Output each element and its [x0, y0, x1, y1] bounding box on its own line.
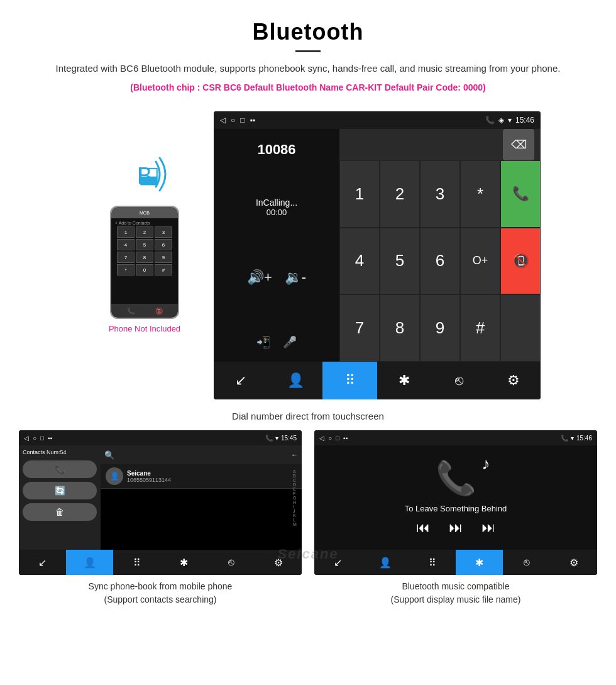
key-8[interactable]: 8 — [380, 294, 420, 362]
pb-wifi-icon: ▾ — [275, 435, 278, 442]
bottom-captions: Sync phone-book from mobile phone(Suppor… — [13, 580, 603, 606]
backspace-button[interactable]: ⌫ — [503, 129, 534, 160]
key-5[interactable]: 5 — [136, 239, 153, 250]
vol-down-icon[interactable]: 🔉- — [285, 269, 306, 286]
phone-screen: + Add to Contacts 1 2 3 4 5 6 7 8 9 — [111, 218, 178, 304]
end-call-button[interactable]: 📵 — [500, 228, 541, 295]
pb-toolbar-contacts[interactable]: 👤 — [66, 550, 113, 575]
bluetooth-icon-area: ⬓ B — [119, 149, 170, 199]
dial-layout: 10086 InCalling... 00:00 🔊+ 🔉- 📲 🎤 — [214, 129, 541, 362]
toolbar-transfer-btn[interactable]: ⎋ — [432, 362, 487, 399]
pb-phone-icon: 📞 — [265, 435, 273, 442]
key-5[interactable]: 5 — [380, 228, 420, 295]
key-8[interactable]: 8 — [136, 252, 153, 263]
key-0plus[interactable]: O+ — [460, 228, 500, 295]
pb-toolbar-bt[interactable]: ✱ — [160, 550, 207, 575]
dialed-number: 10086 — [257, 142, 295, 158]
bottom-screens: ◁ ○ □ ▪▪ 📞 ▾ 15:45 — [19, 430, 597, 575]
toolbar-bt-btn[interactable]: ✱ — [377, 362, 432, 399]
key-2[interactable]: 2 — [136, 226, 153, 238]
key-7[interactable]: 7 — [339, 294, 380, 362]
key-hash[interactable]: # — [155, 264, 172, 276]
music-toolbar-transfer[interactable]: ⎋ — [503, 550, 550, 575]
key-4[interactable]: 4 — [117, 239, 135, 250]
phonebook-right-panel: 🔍 ← 👤 Seicane 10655059113144 — [101, 445, 302, 550]
key-9[interactable]: 9 — [420, 294, 460, 362]
sync-button[interactable]: 🔄 — [23, 482, 97, 499]
page-title: Bluetooth — [38, 19, 578, 45]
ms-status-right: 📞 ▾ 15:46 — [561, 435, 592, 442]
keypad-display: ⌫ — [339, 129, 541, 160]
header: Bluetooth Integrated with BC6 Bluetooth … — [0, 0, 616, 111]
key-star[interactable]: * — [460, 160, 500, 228]
song-title: To Leave Something Behind — [405, 504, 507, 513]
contact-item[interactable]: 👤 Seicane 10655059113144 — [101, 464, 302, 489]
phonebook-statusbar: ◁ ○ □ ▪▪ 📞 ▾ 15:45 — [19, 430, 302, 445]
phonebook-left-panel: Contacts Num:54 📞 🔄 🗑 — [19, 445, 101, 550]
mic-icon[interactable]: 🎤 — [283, 335, 297, 349]
music-note-icon: ♪ — [482, 454, 490, 474]
call-button[interactable]: 📞 — [500, 160, 541, 228]
key-7[interactable]: 7 — [117, 252, 135, 263]
toolbar-contacts-btn[interactable]: 👤 — [268, 362, 323, 399]
phonebook-caption-text: Sync phone-book from mobile phone(Suppor… — [89, 581, 233, 604]
alphabet-index: A B C D E F G H I J K L — [293, 445, 302, 550]
dial-left-panel: 10086 InCalling... 00:00 🔊+ 🔉- 📲 🎤 — [214, 129, 339, 362]
call-icon[interactable]: 📞 — [127, 308, 135, 315]
pb-toolbar-settings[interactable]: ⚙ — [255, 550, 302, 575]
main-content: ⬓ B MOB + Add to Contacts 1 — [0, 111, 616, 619]
music-toolbar-contacts[interactable]: 👤 — [361, 550, 409, 575]
pb-toolbar-transfer[interactable]: ⎋ — [207, 550, 255, 575]
ms-status-left: ◁ ○ □ ▪▪ — [319, 435, 348, 442]
prev-track-button[interactable]: ⏮ — [416, 520, 430, 536]
key-2[interactable]: 2 — [380, 160, 420, 228]
toolbar-keypad-btn[interactable]: ⠿ — [322, 362, 377, 399]
key-3[interactable]: 3 — [155, 226, 172, 238]
dial-statusbar: ◁ ○ □ ▪▪ 📞 ◈ ▾ 15:46 — [214, 111, 541, 129]
key-3[interactable]: 3 — [420, 160, 460, 228]
key-1[interactable]: 1 — [117, 226, 135, 238]
pb-toolbar-keypad[interactable]: ⠿ — [113, 550, 160, 575]
phone-top-bar-text: MOB — [140, 211, 150, 215]
key-star[interactable]: * — [117, 264, 135, 276]
end-call-icon[interactable]: 📵 — [155, 308, 163, 315]
phone-label: Phone Not Included — [109, 324, 180, 333]
ms-notif: ▪▪ — [343, 435, 348, 442]
key-1[interactable]: 1 — [339, 160, 380, 228]
ms-wifi-icon: ▾ — [571, 435, 574, 442]
search-input[interactable] — [118, 451, 287, 459]
key-9[interactable]: 9 — [155, 252, 172, 263]
transfer-icon[interactable]: 📲 — [256, 335, 270, 349]
key-6[interactable]: 6 — [420, 228, 460, 295]
dial-keypad: ⌫ 1 2 3 * 📞 4 5 6 O+ 📵 — [339, 129, 541, 362]
key-4[interactable]: 4 — [339, 228, 380, 295]
ms-phone-icon: 📞 — [561, 435, 568, 442]
keypad-row-1: 1 2 3 — [114, 226, 175, 238]
pb-back-icon: ◁ — [24, 435, 29, 442]
next-track-button[interactable]: ⏭ — [449, 520, 463, 536]
call-contact-button[interactable]: 📞 — [23, 460, 97, 478]
music-toolbar-call[interactable]: ↙ — [314, 550, 361, 575]
key-hash[interactable]: # — [460, 294, 500, 362]
contacts-count: Contacts Num:54 — [23, 449, 97, 455]
music-toolbar-settings[interactable]: ⚙ — [550, 550, 597, 575]
ms-home-icon: ○ — [328, 435, 332, 442]
phone-bottom-bar: 📞 📵 — [111, 304, 178, 318]
dial-caption: Dial number direct from touchscreen — [232, 411, 384, 421]
key-6[interactable]: 6 — [155, 239, 172, 250]
bottom-screens-wrapper: ◁ ○ □ ▪▪ 📞 ▾ 15:45 — [19, 430, 597, 575]
pb-status-left: ◁ ○ □ ▪▪ — [24, 435, 52, 442]
toolbar-settings-btn[interactable]: ⚙ — [486, 362, 541, 399]
phonebook-card: ◁ ○ □ ▪▪ 📞 ▾ 15:45 — [19, 430, 302, 575]
music-body: 📞 ♪ To Leave Something Behind ⏮ ⏭ ⏭ — [314, 445, 597, 550]
toolbar-call-btn[interactable]: ↙ — [214, 362, 268, 399]
key-empty — [500, 294, 541, 362]
skip-button[interactable]: ⏭ — [481, 520, 495, 536]
phone-top-bar: MOB — [111, 207, 178, 218]
music-toolbar-keypad[interactable]: ⠿ — [409, 550, 456, 575]
delete-button[interactable]: 🗑 — [23, 503, 97, 521]
pb-toolbar-call[interactable]: ↙ — [19, 550, 66, 575]
key-0[interactable]: 0 — [136, 264, 153, 276]
music-toolbar-bt[interactable]: ✱ — [456, 550, 503, 575]
vol-up-icon[interactable]: 🔊+ — [247, 269, 272, 286]
